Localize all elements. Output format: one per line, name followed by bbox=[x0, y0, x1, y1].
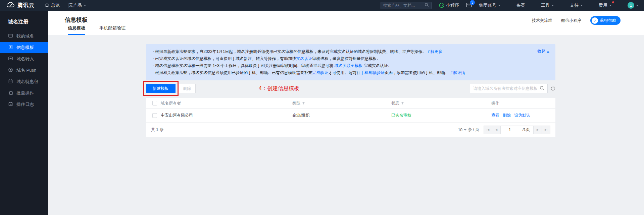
chevron-down-icon bbox=[498, 5, 501, 7]
notice-text: - 根据最新政策法规要求，自2022年1月1日起，域名注册前必须使用已实名审核的… bbox=[153, 49, 426, 54]
page-size-select[interactable]: 10 条 / 页 bbox=[458, 127, 479, 133]
nav-messages[interactable]: 3 bbox=[466, 3, 472, 8]
notice-link[interactable]: 实名认证 bbox=[296, 56, 312, 61]
nav-overview[interactable]: 总览 bbox=[45, 2, 60, 8]
collapse-up-icon bbox=[547, 50, 549, 53]
sidebar-item-label: 域名 Push bbox=[16, 67, 36, 73]
col-status: 状态 bbox=[391, 100, 491, 106]
page-number-input[interactable]: 1 bbox=[500, 126, 519, 134]
nav-beian[interactable]: 备案 bbox=[516, 2, 525, 8]
get-help-button[interactable]: 获得帮助 bbox=[590, 16, 621, 25]
cell-type: 企业/组织 bbox=[292, 113, 391, 118]
miniprogram-icon bbox=[439, 3, 444, 8]
notice-text: 才可使用。请前往 bbox=[328, 70, 360, 75]
notification-dot bbox=[612, 1, 614, 3]
sidebar-item-信息模板[interactable]: 信息模板 bbox=[0, 42, 48, 53]
delete-button[interactable]: 删除 bbox=[178, 84, 196, 93]
first-page-button[interactable]: |◀ bbox=[484, 126, 492, 134]
nav-search-input[interactable]: 搜索产品、文档... bbox=[381, 2, 432, 9]
table-row: 中安山河有限公司企业/组织已实名审核查看删除设为默认 bbox=[146, 109, 555, 123]
link-wechat-miniprogram[interactable]: 微信小程序 bbox=[561, 18, 581, 23]
sidebar-item-label: 批量操作 bbox=[16, 90, 34, 96]
tencent-cloud-logo-icon bbox=[6, 2, 15, 9]
nav-support[interactable]: 支持 bbox=[570, 2, 583, 8]
log-icon bbox=[8, 101, 13, 108]
row-action-查看[interactable]: 查看 bbox=[491, 113, 499, 118]
next-page-button[interactable]: ▶ bbox=[533, 126, 542, 134]
table-footer: 共 1 条 10 条 / 页 |◀ ◀ 1 /1页 ▶ ▶| bbox=[146, 123, 555, 137]
sidebar-item-域名特惠包[interactable]: 域名特惠包 bbox=[0, 76, 48, 87]
select-all-checkbox[interactable] bbox=[152, 101, 157, 105]
notice-text: 页面，添加需要使用的手机、邮箱。 bbox=[385, 70, 449, 75]
nav-group-account[interactable]: 集团账号 bbox=[479, 2, 501, 8]
total-count: 共 1 条 bbox=[151, 127, 163, 133]
sidebar-item-操作日志[interactable]: 操作日志 bbox=[0, 99, 48, 110]
notice-text: - 域名信息模板实名审核一般需要 1~3 个工作日，具体取决于相关注册局审核时间… bbox=[153, 63, 335, 68]
nav-mini-program[interactable]: 小程序 bbox=[439, 2, 459, 8]
top-navbar: 腾讯云 总览 云产品 搜索产品、文档... bbox=[0, 0, 644, 11]
transfer-icon bbox=[8, 56, 13, 62]
row-checkbox[interactable] bbox=[152, 113, 157, 118]
sidebar-item-label: 操作日志 bbox=[16, 101, 34, 108]
tab-手机邮箱验证[interactable]: 手机邮箱验证 bbox=[99, 25, 126, 35]
nav-billing[interactable]: 费用 bbox=[599, 2, 612, 8]
cell-owner: 中安山河有限公司 bbox=[161, 113, 292, 118]
notice-line: - 根据最新政策法规要求，自2022年1月1日起，域名注册前必须使用已实名审核的… bbox=[153, 48, 549, 55]
sidebar-item-label: 信息模板 bbox=[16, 45, 34, 51]
owner-search-input[interactable]: 请输入域名所有者搜索对应信息模板 bbox=[470, 84, 548, 93]
refresh-icon[interactable] bbox=[550, 86, 555, 91]
notice-link[interactable]: 域名关联至模板 bbox=[335, 63, 363, 68]
avatar: 1 bbox=[628, 2, 634, 9]
last-page-button[interactable]: ▶| bbox=[542, 126, 550, 134]
notice-text: 完成实名认证。 bbox=[363, 63, 392, 68]
sidebar-item-我的域名[interactable]: 我的域名 bbox=[0, 30, 48, 42]
chevron-down-icon bbox=[609, 5, 612, 7]
collapse-link[interactable]: 收起 bbox=[537, 49, 549, 54]
nav-cloud-products[interactable]: 云产品 bbox=[69, 2, 86, 8]
sidebar-item-域名转入[interactable]: 域名转入 bbox=[0, 53, 48, 65]
sidebar-item-批量操作[interactable]: 批量操作 bbox=[0, 87, 48, 99]
push-icon bbox=[8, 67, 13, 73]
notice-line: - 域名信息模板实名审核一般需要 1~3 个工作日，具体取决于相关注册局审核时间… bbox=[153, 62, 549, 69]
nav-tools[interactable]: 工具 bbox=[541, 2, 554, 8]
tab-信息模板[interactable]: 信息模板 bbox=[68, 25, 85, 35]
row-action-删除[interactable]: 删除 bbox=[503, 113, 511, 118]
chevron-down-icon bbox=[84, 5, 86, 7]
notice-line: - 已完成实名认证的域名信息模板，可直接用于域名新注、转入等操作，有助加快实名认… bbox=[153, 55, 549, 62]
sidebar-item-label: 域名转入 bbox=[16, 56, 34, 62]
notice-link[interactable]: 了解详情 bbox=[449, 70, 465, 75]
col-actions: 操作 bbox=[491, 100, 555, 106]
template-icon bbox=[8, 45, 13, 51]
col-owner: 域名所有者 bbox=[161, 100, 292, 106]
notice-link[interactable]: 完成验证 bbox=[312, 70, 328, 75]
sidebar-item-label: 我的域名 bbox=[16, 33, 34, 39]
notice-link[interactable]: 手机邮箱验证 bbox=[360, 70, 385, 75]
content-area: - 根据最新政策法规要求，自2022年1月1日起，域名注册前必须使用已实名审核的… bbox=[48, 35, 644, 215]
link-tech-group[interactable]: 技术交流群 bbox=[532, 18, 552, 23]
sidebar-title: 域名注册 bbox=[0, 11, 48, 30]
step-annotation: 4：创建信息模板 bbox=[259, 85, 299, 92]
notice-text: 审核进程，建议您提前创建信息模板。 bbox=[312, 56, 381, 61]
package-icon bbox=[8, 79, 13, 85]
row-action-设为默认[interactable]: 设为默认 bbox=[514, 113, 530, 118]
brand[interactable]: 腾讯云 bbox=[6, 2, 35, 9]
nav-search-placeholder: 搜索产品、文档... bbox=[383, 3, 425, 8]
toolbar: 新建模板 删除 4：创建信息模板 请输入域名所有者搜索对应信息模板 bbox=[146, 84, 555, 93]
filter-funnel-icon[interactable] bbox=[302, 102, 305, 105]
prev-page-button[interactable]: ◀ bbox=[492, 126, 501, 134]
search-icon[interactable] bbox=[540, 86, 544, 91]
filter-funnel-icon[interactable] bbox=[401, 102, 404, 105]
owner-search-placeholder: 请输入域名所有者搜索对应信息模板 bbox=[473, 86, 540, 91]
chevron-down-icon bbox=[580, 5, 583, 7]
chevron-down-icon bbox=[551, 5, 554, 7]
sidebar-item-域名-Push[interactable]: 域名 Push bbox=[0, 65, 48, 76]
status-badge: 已实名审核 bbox=[391, 113, 491, 118]
nav-account[interactable]: 1 bbox=[628, 2, 639, 9]
sidebar-item-label: 域名特惠包 bbox=[16, 79, 38, 85]
cell-actions: 查看删除设为默认 bbox=[491, 113, 555, 118]
tab-bar: 信息模板手机邮箱验证 bbox=[68, 25, 126, 35]
notice-link[interactable]: 了解更多 bbox=[426, 49, 442, 54]
page-header: 信息模板 信息模板手机邮箱验证 技术交流群 微信小程序 获得帮助 bbox=[48, 11, 644, 35]
batch-icon bbox=[8, 90, 13, 96]
new-template-button[interactable]: 新建模板 bbox=[146, 84, 176, 93]
